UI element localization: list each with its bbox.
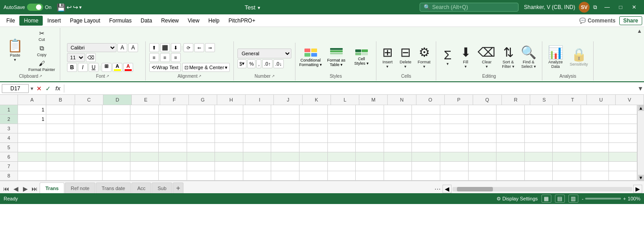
cell-F4[interactable] — [159, 133, 187, 143]
row-header-1[interactable]: 1 — [0, 105, 18, 115]
cell-C4[interactable] — [74, 133, 103, 143]
col-header-D[interactable]: D — [103, 95, 132, 105]
cell-A8[interactable] — [18, 171, 46, 181]
row-header-7[interactable]: 7 — [0, 162, 18, 171]
italic-button[interactable]: I — [78, 63, 88, 72]
cell-T2[interactable] — [553, 115, 581, 124]
redo-icon[interactable]: ↪ — [73, 4, 78, 11]
col-header-M[interactable]: M — [359, 95, 388, 105]
cell-B7[interactable] — [46, 162, 75, 171]
sheet-tab-acc[interactable]: Acc — [131, 182, 151, 193]
cell-P4[interactable] — [440, 133, 469, 143]
cell-D5[interactable] — [103, 143, 131, 152]
sheet-nav-first[interactable]: ⏮ — [2, 184, 11, 193]
cell-L8[interactable] — [328, 171, 356, 181]
cell-I4[interactable] — [243, 133, 272, 143]
sheet-tab-trans[interactable]: Trans — [40, 182, 64, 193]
cell-O2[interactable] — [412, 115, 440, 124]
number-expand-icon[interactable]: ↗ — [272, 74, 275, 78]
cell-D2[interactable] — [103, 115, 131, 124]
page-break-button[interactable]: ▥ — [568, 195, 578, 203]
grow-font-button[interactable]: A — [117, 43, 127, 52]
cell-U7[interactable] — [581, 162, 609, 171]
cell-M5[interactable] — [356, 143, 384, 152]
cell-styles-button[interactable]: CellStyles ▾ — [350, 42, 373, 73]
cell-P2[interactable] — [440, 115, 469, 124]
cell-F2[interactable] — [159, 115, 187, 124]
cell-C8[interactable] — [74, 171, 103, 181]
row-header-6[interactable]: 6 — [0, 152, 18, 162]
cell-H2[interactable] — [215, 115, 243, 124]
cell-A1[interactable]: 1 — [18, 105, 46, 115]
formula-bar-expand-button[interactable]: ▾ — [639, 84, 642, 93]
maximize-button[interactable]: □ — [614, 3, 627, 12]
cell-Q8[interactable] — [469, 171, 497, 181]
cell-J2[interactable] — [271, 115, 300, 124]
cell-R5[interactable] — [496, 143, 525, 152]
cell-I2[interactable] — [243, 115, 272, 124]
comments-button[interactable]: 💬 Comments — [579, 18, 615, 24]
share-button[interactable]: Share — [619, 16, 642, 25]
align-top-button[interactable]: ⬆ — [149, 43, 159, 52]
format-as-table-button[interactable]: Format asTable ▾ — [325, 42, 348, 73]
indent-dec-button[interactable]: ⇐ — [194, 43, 204, 52]
cell-I6[interactable] — [243, 152, 272, 162]
cell-O4[interactable] — [412, 133, 440, 143]
cell-A2[interactable]: 1 — [18, 115, 46, 124]
cell-M4[interactable] — [356, 133, 384, 143]
cell-J1[interactable] — [271, 105, 300, 115]
decimal-inc-button[interactable]: .0↑ — [262, 59, 273, 68]
cell-K7[interactable] — [300, 162, 328, 171]
cell-K6[interactable] — [300, 152, 328, 162]
cell-N2[interactable] — [384, 115, 412, 124]
cell-B5[interactable] — [46, 143, 75, 152]
cell-E1[interactable] — [130, 105, 159, 115]
cell-E4[interactable] — [130, 133, 159, 143]
cell-J5[interactable] — [271, 143, 300, 152]
cell-L3[interactable] — [328, 124, 356, 133]
cell-I1[interactable] — [243, 105, 272, 115]
cell-B6[interactable] — [46, 152, 75, 162]
scroll-up-button[interactable]: ▲ — [638, 105, 644, 111]
cell-Q3[interactable] — [469, 124, 497, 133]
number-format-select[interactable]: General — [237, 49, 291, 58]
cell-U2[interactable] — [581, 115, 609, 124]
orientation-button[interactable]: ⟳ — [183, 43, 193, 52]
cell-S8[interactable] — [525, 171, 553, 181]
cell-K1[interactable] — [300, 105, 328, 115]
cell-N7[interactable] — [384, 162, 412, 171]
cell-C6[interactable] — [74, 152, 103, 162]
cell-A3[interactable] — [18, 124, 46, 133]
sheet-nav-prev[interactable]: ◀ — [11, 184, 20, 193]
cell-I8[interactable] — [243, 171, 272, 181]
cell-V6[interactable] — [609, 152, 637, 162]
font-color-button[interactable]: A — [123, 63, 133, 72]
col-header-U[interactable]: U — [587, 95, 615, 105]
cell-E5[interactable] — [130, 143, 159, 152]
cancel-formula-button[interactable]: ✕ — [35, 85, 43, 92]
cell-D1[interactable] — [103, 105, 131, 115]
cell-Q7[interactable] — [469, 162, 497, 171]
cell-T1[interactable] — [553, 105, 581, 115]
cell-P8[interactable] — [440, 171, 469, 181]
find-select-button[interactable]: 🔍 Find &Select ▾ — [518, 42, 539, 73]
cell-O8[interactable] — [412, 171, 440, 181]
cell-C7[interactable] — [74, 162, 103, 171]
cell-A6[interactable] — [18, 152, 46, 162]
menu-formulas[interactable]: Formulas — [105, 16, 136, 26]
scroll-track[interactable] — [638, 111, 644, 175]
paste-button[interactable]: 📋 Paste ▾ — [4, 35, 26, 66]
row-header-3[interactable]: 3 — [0, 124, 18, 133]
cell-J6[interactable] — [271, 152, 300, 162]
cell-J7[interactable] — [271, 162, 300, 171]
scroll-right-button[interactable]: ▶ — [633, 185, 642, 193]
col-header-H[interactable]: H — [217, 95, 246, 105]
cell-F8[interactable] — [159, 171, 187, 181]
cell-O1[interactable] — [412, 105, 440, 115]
cell-L7[interactable] — [328, 162, 356, 171]
cell-C3[interactable] — [74, 124, 103, 133]
indent-inc-button[interactable]: ⇒ — [205, 43, 215, 52]
clear-button[interactable]: ⌫ Clear ▾ — [475, 42, 498, 73]
cell-D8[interactable] — [103, 171, 131, 181]
cell-L4[interactable] — [328, 133, 356, 143]
